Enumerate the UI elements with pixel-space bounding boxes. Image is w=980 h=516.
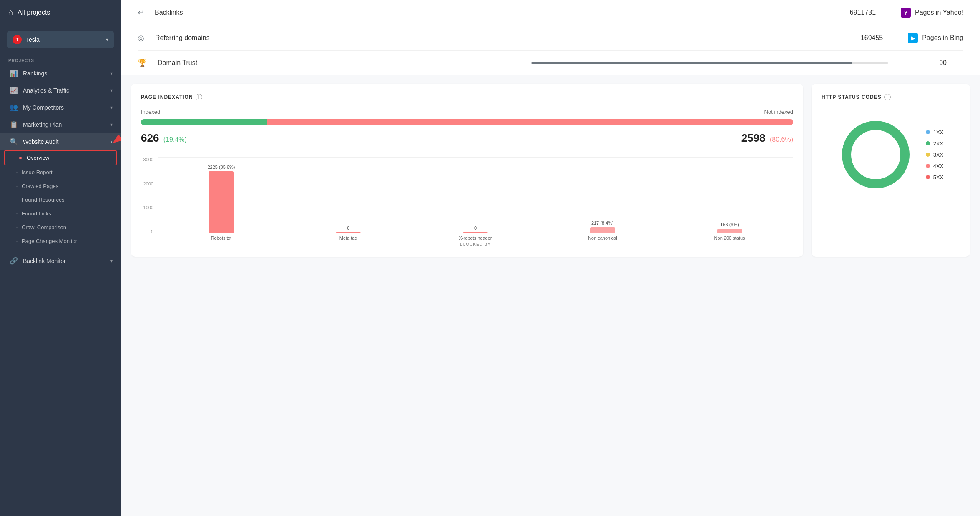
y-label-0: 0	[151, 229, 153, 234]
project-selector[interactable]: T Tesla ▾	[7, 31, 114, 48]
sidebar-item-competitors[interactable]: 👥 My Competitors ▾	[0, 99, 121, 116]
robots-label-top: 2225 (85.6%)	[207, 165, 235, 170]
legend-dot-4xx	[926, 164, 930, 168]
bar-meta-tag: 0 Meta tag	[289, 225, 408, 240]
sidebar-subitem-overview[interactable]: Overview	[5, 151, 116, 165]
indexed-bar-fill	[141, 119, 267, 125]
referring-value: 169455	[841, 34, 883, 42]
marketing-label: Marketing Plan	[23, 121, 62, 128]
referring-label: Referring domains	[155, 34, 833, 42]
project-chevron-icon: ▾	[106, 37, 108, 43]
sidebar-subitem-page-changes[interactable]: Page Changes Monitor	[0, 234, 121, 248]
indexed-count: 626	[141, 132, 159, 144]
xrobots-bar	[463, 232, 488, 233]
bars-container: 2225 (85.6%) Robots.txt 0 Meta tag	[158, 157, 793, 240]
not-indexed-label: Not indexed	[764, 109, 793, 115]
competitors-label: My Competitors	[23, 104, 64, 111]
overview-label: Overview	[27, 155, 49, 161]
indexed-pct: (19.4%)	[163, 136, 187, 143]
sidebar-item-website-audit[interactable]: 🔍 Website Audit ▴	[0, 133, 121, 150]
yahoo-icon: Y	[901, 8, 911, 18]
found-links-label: Found Links	[22, 210, 51, 217]
legend-label-3xx: 3XX	[933, 152, 944, 158]
pages-yahoo-stat[interactable]: Y Pages in Yahoo!	[901, 8, 963, 18]
not-indexed-count-block: 2598 (80.6%)	[741, 132, 793, 145]
analytics-icon: 📈	[10, 86, 18, 94]
http-status-title: HTTP STATUS CODES i	[822, 94, 960, 100]
sidebar-item-backlink-monitor[interactable]: 🔗 Backlink Monitor ▾	[0, 252, 121, 269]
y-axis: 3000 2000 1000 0	[141, 157, 158, 247]
indexed-count-block: 626 (19.4%)	[141, 132, 187, 145]
sidebar-item-analytics[interactable]: 📈 Analytics & Traffic ▾	[0, 82, 121, 99]
competitors-expand-icon: ▾	[110, 105, 113, 110]
website-audit-label: Website Audit	[23, 138, 58, 145]
canonical-bar	[590, 227, 615, 233]
domain-trust-bar	[531, 62, 888, 64]
http-status-info-icon[interactable]: i	[884, 94, 891, 100]
indexation-bar	[141, 119, 793, 125]
rankings-icon: 📊	[10, 69, 18, 77]
domain-trust-value: 90	[905, 59, 947, 67]
sidebar-subitem-crawl-comparison[interactable]: Crawl Comparison	[0, 220, 121, 234]
backlinks-value: 6911731	[834, 9, 876, 16]
sidebar-subitem-crawled-pages[interactable]: Crawled Pages	[0, 179, 121, 193]
sidebar-subitem-found-links[interactable]: Found Links	[0, 207, 121, 220]
canonical-x-label: Non canonical	[588, 235, 617, 240]
sidebar-item-marketing[interactable]: 📋 Marketing Plan ▾	[0, 116, 121, 133]
website-audit-icon: 🔍	[10, 138, 18, 145]
meta-x-label: Meta tag	[339, 235, 357, 240]
pages-bing-label: Pages in Bing	[922, 34, 963, 42]
tesla-logo: T	[13, 35, 22, 44]
red-arrow-annotation	[111, 131, 121, 152]
bar-non-canonical: 217 (8.4%) Non canonical	[543, 220, 662, 240]
legend-5xx: 5XX	[926, 174, 944, 180]
backlink-monitor-icon: 🔗	[10, 257, 18, 265]
pages-bing-stat[interactable]: ▶ Pages in Bing	[908, 33, 963, 43]
legend-label-4xx: 4XX	[933, 163, 944, 169]
page-indexation-info-icon[interactable]: i	[196, 94, 202, 100]
backlink-monitor-label: Backlink Monitor	[23, 258, 66, 264]
sidebar: ⌂ All projects T Tesla ▾ PROJECTS 📊 Rank…	[0, 0, 121, 516]
main-content: ↩ Backlinks 6911731 Y Pages in Yahoo! ◎ …	[121, 0, 980, 516]
marketing-expand-icon: ▾	[110, 122, 113, 128]
all-projects-link[interactable]: ⌂ All projects	[0, 0, 121, 25]
sidebar-item-rankings[interactable]: 📊 Rankings ▾	[0, 65, 121, 82]
charts-section: PAGE INDEXATION i Indexed Not indexed 62…	[121, 75, 980, 265]
legend-dot-2xx	[926, 141, 930, 145]
bing-icon: ▶	[908, 33, 918, 43]
indexation-header: Indexed Not indexed	[141, 109, 793, 115]
robots-x-label: Robots.txt	[211, 235, 232, 240]
y-label-3000: 3000	[143, 157, 153, 162]
legend-4xx: 4XX	[926, 163, 944, 169]
non200-x-label: Non 200 status	[714, 235, 745, 240]
domain-trust-row: 🏆 Domain Trust 90	[138, 51, 963, 75]
non200-label-top: 156 (6%)	[720, 222, 739, 227]
project-name-label: Tesla	[26, 36, 102, 43]
legend-dot-5xx	[926, 175, 930, 179]
legend-1xx: 1XX	[926, 129, 944, 135]
rankings-label: Rankings	[23, 70, 47, 77]
page-indexation-title: PAGE INDEXATION i	[141, 94, 793, 100]
robots-bar	[209, 171, 234, 233]
page-changes-label: Page Changes Monitor	[22, 238, 77, 244]
overview-active-box: Overview	[4, 150, 117, 165]
http-status-card: HTTP STATUS CODES i	[812, 84, 970, 257]
meta-label-top: 0	[347, 225, 349, 230]
rankings-expand-icon: ▾	[110, 70, 113, 76]
legend-label-2xx: 2XX	[933, 140, 944, 147]
sidebar-subitem-found-resources[interactable]: Found Resources	[0, 193, 121, 207]
referring-domains-row: ◎ Referring domains 169455 ▶ Pages in Bi…	[138, 25, 963, 51]
meta-bar	[336, 232, 361, 233]
sidebar-subitem-issue-report[interactable]: Issue Report	[0, 165, 121, 179]
bar-chart-container: 3000 2000 1000 0	[141, 157, 793, 247]
crawled-pages-label: Crawled Pages	[22, 183, 58, 189]
backlinks-icon: ↩	[138, 8, 144, 17]
indexed-label: Indexed	[141, 109, 160, 115]
donut-chart	[838, 117, 913, 192]
xrobots-x-label: X-robots header	[459, 235, 492, 240]
backlinks-label: Backlinks	[155, 9, 826, 16]
indexation-counts: 626 (19.4%) 2598 (80.6%)	[141, 132, 793, 145]
legend-dot-3xx	[926, 153, 930, 157]
marketing-icon: 📋	[10, 120, 18, 128]
not-indexed-pct: (80.6%)	[770, 136, 793, 143]
